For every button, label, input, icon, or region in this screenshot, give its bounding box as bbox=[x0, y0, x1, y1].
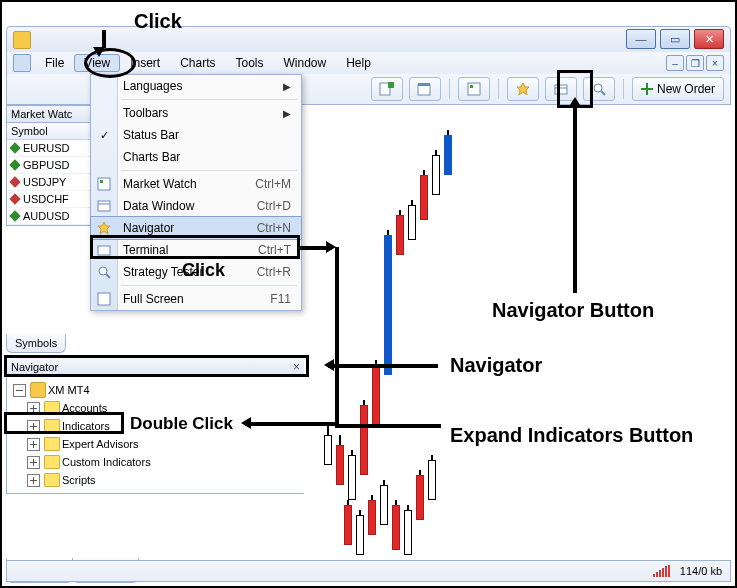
title-bar: — ▭ ✕ bbox=[6, 26, 731, 54]
menu-charts-bar[interactable]: Charts Bar bbox=[91, 146, 301, 168]
trend-up-icon bbox=[9, 159, 20, 170]
svg-rect-16 bbox=[98, 246, 110, 255]
market-watch-row[interactable]: EURUSD bbox=[7, 140, 90, 157]
menu-help[interactable]: Help bbox=[336, 54, 381, 72]
trend-up-icon bbox=[9, 210, 20, 221]
folder-icon bbox=[44, 401, 60, 415]
folder-icon bbox=[44, 419, 60, 433]
tester-icon bbox=[96, 264, 112, 280]
market-watch-row[interactable]: USDJPY bbox=[7, 174, 90, 191]
svg-rect-3 bbox=[418, 83, 430, 86]
market-watch-title: Market Watc bbox=[7, 106, 90, 123]
menu-navigator[interactable]: NavigatorCtrl+N bbox=[91, 217, 301, 239]
menu-languages[interactable]: Languages▶ bbox=[91, 75, 301, 97]
trend-up-icon bbox=[9, 142, 20, 153]
menu-full-screen[interactable]: Full ScreenF11 bbox=[91, 288, 301, 310]
view-dropdown: Languages▶ Toolbars▶ ✓Status Bar Charts … bbox=[90, 74, 302, 311]
tree-item-custom-indicators[interactable]: Custom Indicators bbox=[13, 453, 298, 471]
menu-terminal[interactable]: TerminalCtrl+T bbox=[91, 239, 301, 261]
svg-line-18 bbox=[106, 274, 110, 278]
market-watch-col-symbol[interactable]: Symbol bbox=[7, 123, 90, 140]
svg-rect-13 bbox=[98, 201, 110, 211]
svg-rect-2 bbox=[418, 85, 430, 95]
maximize-button[interactable]: ▭ bbox=[660, 29, 690, 49]
svg-marker-6 bbox=[517, 83, 529, 95]
svg-rect-5 bbox=[470, 85, 473, 88]
trend-down-icon bbox=[9, 176, 20, 187]
term-icon bbox=[96, 242, 112, 258]
expand-icon[interactable] bbox=[27, 420, 40, 433]
menu-toolbars[interactable]: Toolbars▶ bbox=[91, 102, 301, 124]
svg-line-10 bbox=[601, 91, 605, 95]
market-watch-panel: Market Watc Symbol EURUSDGBPUSDUSDJPYUSD… bbox=[6, 105, 91, 226]
plus-icon bbox=[641, 83, 653, 95]
child-restore[interactable]: ❐ bbox=[686, 55, 704, 71]
toolbar-market-watch-button[interactable] bbox=[458, 77, 490, 101]
menu-market-watch[interactable]: Market WatchCtrl+M bbox=[91, 173, 301, 195]
minimize-button[interactable]: — bbox=[626, 29, 656, 49]
tree-item-indicators[interactable]: Indicators bbox=[13, 417, 298, 435]
app-window: — ▭ ✕ File View Insert Charts Tools Wind… bbox=[0, 0, 737, 588]
menu-status-bar[interactable]: ✓Status Bar bbox=[91, 124, 301, 146]
svg-rect-11 bbox=[98, 178, 110, 190]
status-bar: 114/0 kb bbox=[6, 560, 731, 582]
toolbar-profiles-button[interactable] bbox=[409, 77, 441, 101]
mw-icon bbox=[96, 176, 112, 192]
new-order-label: New Order bbox=[657, 82, 715, 96]
menu-data-window[interactable]: Data WindowCtrl+D bbox=[91, 195, 301, 217]
check-icon: ✓ bbox=[96, 127, 112, 143]
star-icon bbox=[96, 220, 112, 236]
app-icon bbox=[13, 31, 31, 49]
market-watch-row[interactable]: USDCHF bbox=[7, 191, 90, 208]
toolbar-navigator-button[interactable] bbox=[507, 77, 539, 101]
menu-tools[interactable]: Tools bbox=[226, 54, 274, 72]
tree-item-accounts[interactable]: Accounts bbox=[13, 399, 298, 417]
svg-point-17 bbox=[99, 267, 107, 275]
child-close[interactable]: × bbox=[706, 55, 724, 71]
folder-icon bbox=[30, 382, 46, 398]
menu-strategy-tester[interactable]: Strategy TesterCtrl+R bbox=[91, 261, 301, 283]
toolbar-tester-button[interactable] bbox=[583, 77, 615, 101]
navigator-close-button[interactable]: × bbox=[293, 360, 300, 374]
connection-icon bbox=[653, 565, 670, 577]
navigator-title: Navigator bbox=[11, 361, 58, 373]
menu-window[interactable]: Window bbox=[274, 54, 337, 72]
folder-icon bbox=[44, 437, 60, 451]
expand-icon[interactable] bbox=[27, 456, 40, 469]
child-minimize[interactable]: – bbox=[666, 55, 684, 71]
svg-point-9 bbox=[594, 84, 602, 92]
folder-icon bbox=[44, 455, 60, 469]
market-watch-row[interactable]: AUDUSD bbox=[7, 208, 90, 225]
fs-icon bbox=[96, 291, 112, 307]
status-speed: 114/0 kb bbox=[680, 565, 722, 577]
folder-icon bbox=[44, 473, 60, 487]
expand-icon[interactable] bbox=[27, 474, 40, 487]
collapse-icon[interactable] bbox=[13, 384, 26, 397]
expand-icon[interactable] bbox=[27, 438, 40, 451]
menu-bar: File View Insert Charts Tools Window Hel… bbox=[6, 52, 731, 74]
svg-rect-19 bbox=[98, 293, 110, 305]
menu-charts[interactable]: Charts bbox=[170, 54, 225, 72]
svg-rect-4 bbox=[468, 83, 480, 95]
toolbar-new-chart-button[interactable] bbox=[371, 77, 403, 101]
svg-rect-12 bbox=[100, 180, 103, 183]
market-watch-tab-symbols[interactable]: Symbols bbox=[6, 334, 66, 353]
tree-item-scripts[interactable]: Scripts bbox=[13, 471, 298, 489]
new-order-button[interactable]: New Order bbox=[632, 77, 724, 101]
doc-icon bbox=[13, 54, 31, 72]
navigator-tree: XM MT4 AccountsIndicatorsExpert Advisors… bbox=[7, 377, 304, 493]
navigator-header: Navigator × bbox=[7, 358, 304, 377]
dw-icon bbox=[96, 198, 112, 214]
svg-rect-1 bbox=[388, 82, 394, 88]
menu-file[interactable]: File bbox=[35, 54, 74, 72]
chart-area[interactable] bbox=[304, 105, 731, 558]
market-watch-row[interactable]: GBPUSD bbox=[7, 157, 90, 174]
menu-insert[interactable]: Insert bbox=[120, 54, 170, 72]
svg-marker-15 bbox=[98, 222, 110, 234]
close-button[interactable]: ✕ bbox=[694, 29, 724, 49]
tree-root[interactable]: XM MT4 bbox=[13, 381, 298, 399]
trend-down-icon bbox=[9, 193, 20, 204]
tree-item-expert-advisors[interactable]: Expert Advisors bbox=[13, 435, 298, 453]
svg-rect-7 bbox=[555, 85, 567, 94]
expand-icon[interactable] bbox=[27, 402, 40, 415]
